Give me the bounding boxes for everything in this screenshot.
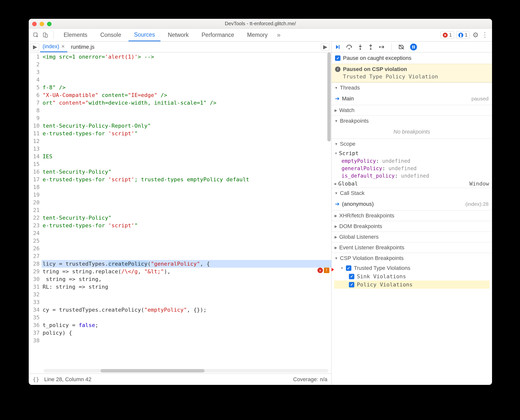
scope-var[interactable]: emptyPolicy: undefined — [332, 157, 492, 165]
disclosure-triangle-icon: ▼ — [335, 119, 338, 123]
disclosure-triangle-icon: ▼ — [335, 142, 338, 146]
section-event-listener-header[interactable]: ▶Event Listener Breakpoints — [332, 242, 492, 253]
scope-script-label: Script — [339, 150, 359, 156]
tab-elements[interactable]: Elements — [58, 29, 93, 41]
section-xhr-header[interactable]: ▶XHR/fetch Breakpoints — [332, 210, 492, 221]
thread-state: paused — [471, 96, 489, 102]
paused-detail: Trusted Type Policy Violation — [335, 72, 489, 80]
disclosure-triangle-icon: ▶ — [335, 235, 337, 239]
no-breakpoints-label: No breakpoints — [332, 126, 492, 139]
file-tab-runtime[interactable]: runtime.js — [68, 42, 97, 52]
issues-count: 1 — [465, 32, 468, 38]
csp-root-row[interactable]: ▼ ✓ Trusted Type Violations — [334, 264, 490, 272]
resume-button[interactable] — [335, 44, 340, 50]
frame-loc: (index):28 — [466, 201, 489, 207]
close-tab-icon[interactable]: ✕ — [61, 44, 65, 49]
inspect-element-icon[interactable] — [32, 31, 40, 39]
pause-exceptions-button[interactable] — [410, 44, 417, 50]
pause-caught-label: Pause on caught exceptions — [343, 55, 411, 61]
section-global-listeners-header[interactable]: ▶Global Listeners — [332, 232, 492, 242]
window-title: DevTools - tt-enforced.glitch.me/ — [225, 21, 296, 26]
csp-root-label: Trusted Type Violations — [354, 265, 410, 271]
section-csp-label: CSP Violation Breakpoints — [340, 255, 404, 261]
deactivate-breakpoints-button[interactable] — [398, 44, 405, 50]
tab-console[interactable]: Console — [95, 29, 127, 41]
disclosure-triangle-icon: ▶ — [335, 246, 337, 250]
file-tab-index[interactable]: (index) ✕ — [40, 42, 67, 52]
scope-var[interactable]: generalPolicy: undefined — [332, 165, 492, 172]
scope-global-header[interactable]: ▶ Global Window — [332, 180, 492, 188]
csp-sink-checkbox[interactable]: ✓ — [349, 274, 354, 279]
info-icon: i — [335, 67, 340, 72]
svg-rect-9 — [414, 46, 415, 48]
section-scope-header[interactable]: ▼ Scope — [332, 139, 492, 149]
thread-row[interactable]: ➔ Main paused — [332, 94, 492, 103]
paused-title: Paused on CSP violation — [343, 66, 407, 72]
current-thread-icon: ➔ — [335, 95, 339, 102]
disclosure-triangle-icon: ▶ — [335, 224, 337, 228]
section-callstack-header[interactable]: ▼ Call Stack — [332, 188, 492, 198]
section-event-listener-label: Event Listener Breakpoints — [339, 244, 404, 251]
close-window-button[interactable] — [32, 22, 37, 26]
pretty-print-icon[interactable]: {} — [33, 376, 39, 382]
section-dom-header[interactable]: ▶DOM Breakpoints — [332, 221, 492, 232]
file-tab-label: (index) — [43, 43, 59, 50]
coverage-status: Coverage: n/a — [293, 376, 327, 383]
section-threads-header[interactable]: ▼ Threads — [332, 83, 492, 93]
scope-global-obj: Window — [469, 181, 489, 187]
section-threads-label: Threads — [340, 85, 360, 91]
step-into-button[interactable] — [358, 44, 363, 50]
errors-counter[interactable]: ✕ 1 — [441, 31, 454, 39]
line-gutter: 1234567891011121314151617181920212223242… — [29, 52, 42, 373]
section-scope-label: Scope — [340, 141, 355, 147]
svg-point-6 — [370, 48, 371, 50]
tab-network[interactable]: Network — [162, 29, 194, 41]
csp-root-checkbox[interactable]: ✓ — [346, 265, 351, 271]
step-button[interactable] — [379, 44, 385, 50]
csp-policy-row[interactable]: ✓ Policy Violations — [334, 280, 490, 289]
stack-frame[interactable]: ➔ (anonymous) (index):28 — [332, 199, 492, 209]
section-watch-header[interactable]: ▶ Watch — [332, 105, 492, 116]
scope-var[interactable]: is_default_policy: undefined — [332, 172, 492, 180]
disclosure-triangle-icon: ▼ — [335, 152, 338, 155]
cursor-location: Line 28, Column 42 — [44, 376, 92, 383]
section-dom-label: DOM Breakpoints — [339, 223, 382, 230]
disclosure-triangle-icon: ▼ — [335, 191, 338, 195]
device-toggle-icon[interactable] — [42, 31, 49, 39]
editor-hscroll[interactable] — [44, 369, 328, 373]
step-out-button[interactable] — [368, 44, 373, 50]
csp-sink-row[interactable]: ✓ Sink Violations — [334, 272, 490, 280]
csp-policy-checkbox[interactable]: ✓ — [349, 282, 354, 287]
step-over-button[interactable] — [346, 44, 352, 50]
disclosure-triangle-icon: ▶ — [335, 214, 337, 218]
issues-counter[interactable]: ❚ 1 — [456, 31, 470, 39]
minimize-window-button[interactable] — [40, 22, 44, 26]
settings-gear-icon[interactable]: ⚙ — [472, 31, 479, 39]
tab-performance[interactable]: Performance — [196, 29, 240, 41]
editor-vscroll[interactable] — [327, 52, 331, 141]
tab-memory[interactable]: Memory — [242, 29, 273, 41]
disclosure-triangle-icon: ▶ — [335, 108, 337, 112]
kebab-menu-icon[interactable]: ⋮ — [481, 31, 489, 39]
file-tab-label: runtime.js — [71, 44, 94, 50]
section-csp-header[interactable]: ▼ CSP Violation Breakpoints — [332, 253, 492, 263]
section-breakpoints-header[interactable]: ▼ Breakpoints — [332, 116, 492, 126]
scope-script-header[interactable]: ▼ Script — [332, 149, 492, 157]
window-controls — [32, 22, 52, 26]
maximize-window-button[interactable] — [47, 22, 52, 26]
debugger-toolbar — [332, 42, 492, 52]
hscroll-thumb[interactable] — [101, 369, 205, 373]
tab-sources[interactable]: Sources — [129, 29, 160, 41]
main-toolbar: Elements Console Sources Network Perform… — [29, 29, 492, 42]
source-editor[interactable]: 1234567891011121314151617181920212223242… — [29, 52, 331, 373]
pause-caught-checkbox[interactable]: ✓ — [335, 55, 340, 61]
section-callstack-label: Call Stack — [340, 190, 364, 196]
window-titlebar: DevTools - tt-enforced.glitch.me/ — [29, 19, 492, 29]
show-navigator-icon[interactable]: ▶ — [31, 43, 39, 51]
more-file-options-icon[interactable]: ▶ — [321, 43, 329, 51]
issue-icon: ❚ — [458, 33, 463, 38]
more-tabs-icon[interactable]: » — [275, 31, 283, 39]
code-area[interactable]: <img src=1 onerror='alert(1)'> -->f-8" /… — [42, 52, 331, 373]
thread-name: Main — [342, 95, 354, 102]
paused-banner: i Paused on CSP violation Trusted Type P… — [332, 64, 492, 82]
